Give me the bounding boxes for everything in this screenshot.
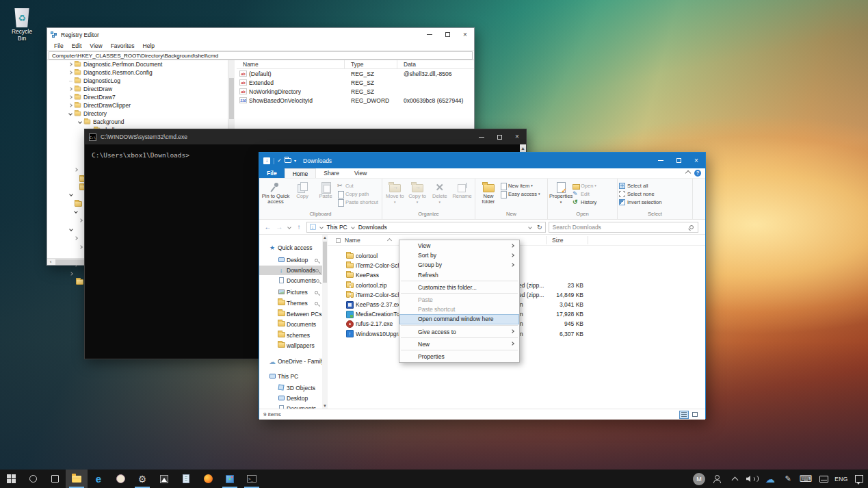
regedit-column-name[interactable]: Name xyxy=(237,60,345,69)
ribbon-button-select-all[interactable]: Select all xyxy=(619,182,661,189)
taskbar-paint-button[interactable] xyxy=(109,470,131,488)
column-header-size[interactable]: Size xyxy=(552,237,564,244)
regedit-column-data[interactable]: Data xyxy=(397,60,474,69)
sidebar-item-pictures[interactable]: Pictures xyxy=(259,287,322,297)
taskbar-firefox-button[interactable] xyxy=(197,470,219,488)
forward-button[interactable]: → xyxy=(275,223,284,231)
taskbar-user-button[interactable]: M xyxy=(690,470,708,488)
regedit-maximize-button[interactable] xyxy=(438,32,456,37)
search-box[interactable] xyxy=(549,222,698,233)
regedit-minimize-button[interactable] xyxy=(421,34,438,35)
taskbar-start-button[interactable] xyxy=(0,470,22,488)
sidebar-item-documents[interactable]: Documents xyxy=(259,404,322,409)
sidebar-item-3d-objects[interactable]: 3D Objects xyxy=(259,383,322,393)
taskbar-file-explorer-button[interactable] xyxy=(66,470,88,488)
explorer-maximize-button[interactable] xyxy=(670,158,687,163)
menu-item-customize-this-folder-[interactable]: Customize this folder... xyxy=(399,283,519,292)
ribbon-button-properties[interactable]: Properties▾ xyxy=(549,181,573,205)
tab-file[interactable]: File xyxy=(259,168,285,178)
ribbon-button-edit[interactable]: ✎Edit xyxy=(573,190,596,197)
recent-locations-dropdown-icon[interactable] xyxy=(287,225,291,229)
sidebar-item-wallpapers[interactable]: wallpapers xyxy=(259,341,322,350)
ribbon-button-new-item[interactable]: New item▾ xyxy=(500,182,540,189)
menu-item-refresh[interactable]: Refresh xyxy=(399,270,519,280)
sidebar-item-documents[interactable]: Documents xyxy=(259,320,322,329)
regedit-address-bar[interactable]: Computer\HKEY_CLASSES_ROOT\Directory\Bac… xyxy=(49,51,473,60)
cmd-title-bar[interactable]: C:\ C:\WINDOWS\system32\cmd.exe × xyxy=(85,129,526,144)
cmd-close-button[interactable]: × xyxy=(508,133,526,140)
navigation-pane-scrollbar[interactable]: ▲▼ xyxy=(322,235,328,409)
taskbar-people-button[interactable] xyxy=(708,470,726,488)
ribbon-button-easy-access[interactable]: Easy access▾ xyxy=(500,190,540,197)
ribbon-button-rename[interactable]: Rename xyxy=(451,181,473,199)
ribbon-button-select-none[interactable]: Select none xyxy=(619,190,661,197)
menu-item-sort-by[interactable]: Sort by xyxy=(399,251,519,260)
regedit-menu-view[interactable]: View xyxy=(86,42,106,49)
taskbar-action-center-button[interactable] xyxy=(850,470,868,488)
ribbon-button-delete[interactable]: ✕Delete▾ xyxy=(429,181,451,205)
taskbar-volume-button[interactable] xyxy=(744,470,761,488)
breadcrumb-item-downloads[interactable]: Downloads xyxy=(358,224,387,231)
regedit-column-type[interactable]: Type xyxy=(345,60,397,69)
up-button[interactable]: ↑ xyxy=(295,223,304,231)
explorer-minimize-button[interactable] xyxy=(652,160,670,161)
taskbar-photos-button[interactable] xyxy=(153,470,175,488)
menu-item-view[interactable]: View xyxy=(399,241,519,251)
taskbar-language-button[interactable]: ENG xyxy=(832,470,850,488)
regedit-menu-help[interactable]: Help xyxy=(139,42,159,49)
sidebar-item-onedrive-family[interactable]: ☁OneDrive - Family xyxy=(259,357,322,366)
registry-value-row[interactable]: abExtendedREG_SZ xyxy=(237,78,474,87)
menu-item-paste[interactable]: Paste xyxy=(399,295,519,305)
sidebar-item-desktop[interactable]: Desktop xyxy=(259,394,322,403)
details-view-button[interactable] xyxy=(679,411,689,419)
ribbon-collapse-icon[interactable] xyxy=(685,170,691,176)
regedit-title-bar[interactable]: Registry Editor × xyxy=(47,28,474,41)
sidebar-item-downloads[interactable]: ↓Downloads xyxy=(259,266,322,275)
taskbar-task-view-button[interactable] xyxy=(44,470,66,488)
qat-customize-icon[interactable]: ▾ xyxy=(294,158,296,163)
taskbar-settings-button[interactable]: ⚙ xyxy=(131,470,153,488)
ribbon-button-paste-shortcut[interactable]: Paste shortcut xyxy=(337,198,378,205)
taskbar-notepad-button[interactable] xyxy=(175,470,197,488)
ribbon-button-move-to[interactable]: Move to▾ xyxy=(384,181,406,205)
tab-home[interactable]: Home xyxy=(285,168,317,178)
cmd-minimize-button[interactable] xyxy=(473,137,490,138)
ribbon-button-open[interactable]: Open▾ xyxy=(573,182,596,189)
sidebar-item-quick-access[interactable]: ★Quick access xyxy=(259,243,322,253)
taskbar-pen-button[interactable]: ✎ xyxy=(779,470,797,488)
sidebar-item-schemes[interactable]: schemes xyxy=(259,331,322,340)
sidebar-item-desktop[interactable]: Desktop xyxy=(259,255,322,265)
sidebar-item-between-pcs[interactable]: Between PCs xyxy=(259,309,322,319)
sidebar-item-themes[interactable]: Themes xyxy=(259,298,322,308)
ribbon-button-invert-selection[interactable]: Invert selection xyxy=(619,198,661,205)
regedit-close-button[interactable]: × xyxy=(456,31,474,38)
taskbar-chevron-up-button[interactable] xyxy=(726,470,744,488)
registry-value-row[interactable]: ab(Default)REG_SZ@shell32.dll,-8506 xyxy=(237,69,474,78)
registry-value-row[interactable]: 110ShowBasedOnVelocityIdREG_DWORD0x00639… xyxy=(237,96,474,105)
refresh-icon[interactable]: ↻ xyxy=(537,224,542,231)
taskbar-registry-editor-button[interactable] xyxy=(219,470,241,488)
sidebar-item-documents[interactable]: Documents xyxy=(259,276,322,285)
tab-view[interactable]: View xyxy=(347,168,374,178)
ribbon-button-new-folder[interactable]: New folder xyxy=(477,181,500,205)
menu-item-group-by[interactable]: Group by xyxy=(399,260,519,270)
taskbar-onedrive-button[interactable]: ☁ xyxy=(761,470,779,488)
menu-item-new[interactable]: New xyxy=(399,339,519,349)
back-button[interactable]: ← xyxy=(263,223,272,231)
cmd-maximize-button[interactable] xyxy=(490,135,508,140)
ribbon-button-pin-to-quick-access[interactable]: Pin to Quick access xyxy=(261,181,291,205)
ribbon-button-copy[interactable]: Copy xyxy=(291,181,314,199)
ribbon-button-copy-path[interactable]: Copy path xyxy=(337,190,378,197)
recycle-bin-desktop-icon[interactable]: ♻ Recycle Bin xyxy=(4,8,40,42)
ribbon-button-copy-to[interactable]: Copy to▾ xyxy=(406,181,429,205)
address-dropdown-icon[interactable] xyxy=(528,225,532,229)
large-icons-view-button[interactable] xyxy=(690,411,700,419)
taskbar-command-prompt-button[interactable]: >_ xyxy=(241,470,263,488)
ribbon-button-history[interactable]: ↺History xyxy=(573,198,596,205)
explorer-title-bar[interactable]: ↓ | ✓ ▾ Downloads × xyxy=(259,153,705,168)
explorer-close-button[interactable]: × xyxy=(687,157,705,164)
breadcrumb[interactable]: ↓ This PCDownloads ↻ xyxy=(306,222,546,233)
search-input[interactable] xyxy=(549,224,689,231)
ribbon-button-paste[interactable]: Paste xyxy=(314,181,337,199)
qat-properties-icon[interactable]: ✓ xyxy=(277,157,282,164)
